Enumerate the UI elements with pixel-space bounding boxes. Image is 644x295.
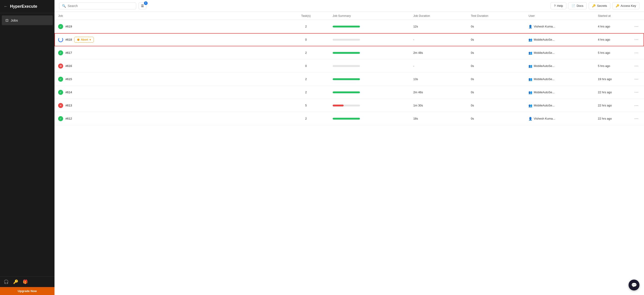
- tasks-col: 2: [283, 86, 329, 99]
- tasks-col: 2: [283, 112, 329, 125]
- sidebar-title: HyperExecute: [10, 4, 37, 9]
- summary-col: [329, 86, 410, 99]
- help-button[interactable]: ? Help: [550, 2, 566, 9]
- duration-col: 18s: [410, 112, 467, 125]
- user-cell: 👤 Vishesh Kuma...: [528, 25, 590, 28]
- job-id[interactable]: #617: [66, 51, 72, 54]
- search-box[interactable]: 🔍: [59, 2, 136, 9]
- headset-icon[interactable]: 🎧: [4, 279, 9, 284]
- user-name: MobileAutoSe...: [534, 104, 554, 107]
- user-col: 👤 Vishesh Kuma...: [525, 112, 594, 125]
- actions-col: ···: [629, 73, 644, 86]
- job-col: ✓ #612: [54, 112, 283, 125]
- job-cell: ✓ #614: [58, 90, 279, 95]
- gift-icon[interactable]: 🎁: [23, 279, 28, 284]
- actions-col: ···: [629, 86, 644, 99]
- col-duration-header: Job Duration: [410, 12, 467, 20]
- user-icon: 👥: [528, 77, 532, 81]
- job-col: ✓ #617: [54, 46, 283, 59]
- started-col: 5 hrs ago: [594, 59, 629, 73]
- table-row[interactable]: ✓ #617 2 2m 48s 0s 👥 MobileAutoSe... 5 h…: [54, 46, 644, 59]
- job-id[interactable]: #616: [66, 64, 72, 68]
- started-col: 4 hrs ago: [594, 20, 629, 33]
- access-key-label: Access Key: [620, 4, 636, 7]
- docs-button[interactable]: 📄 Docs: [568, 2, 587, 9]
- more-options-button[interactable]: ···: [633, 49, 640, 56]
- test-duration-col: 0s: [467, 46, 525, 59]
- user-cell: 👥 MobileAutoSe...: [528, 51, 590, 55]
- help-label: Help: [557, 4, 563, 7]
- test-duration-col: 0s: [467, 99, 525, 112]
- job-id[interactable]: #613: [66, 104, 72, 107]
- started-col: 4 hrs ago: [594, 33, 629, 46]
- status-success-icon: ✓: [58, 116, 63, 121]
- user-icon: 👥: [528, 51, 532, 55]
- job-id[interactable]: #615: [66, 77, 72, 81]
- actions-col: ···: [629, 112, 644, 125]
- table-row[interactable]: #618 Abort ▾ 0 - 0s 👥 MobileAutoSe... 4 …: [54, 33, 644, 46]
- secrets-button[interactable]: 🔑 Secrets: [588, 2, 610, 9]
- tasks-col: 2: [283, 46, 329, 59]
- user-icon: 👤: [528, 117, 532, 120]
- user-cell: 👤 Vishesh Kuma...: [528, 117, 590, 120]
- abort-label: Abort: [81, 38, 88, 41]
- job-id[interactable]: #619: [66, 25, 72, 28]
- more-options-button[interactable]: ···: [633, 76, 640, 82]
- duration-col: 12s: [410, 20, 467, 33]
- started-col: 22 hrs ago: [594, 112, 629, 125]
- actions-col: ···: [629, 20, 644, 33]
- progress-bar: [333, 91, 360, 93]
- user-icon: 👥: [528, 104, 532, 107]
- table-row[interactable]: ✓ #612 2 18s 0s 👤 Vishesh Kuma... 22 hrs…: [54, 112, 644, 125]
- started-col: 19 hrs ago: [594, 73, 629, 86]
- job-id[interactable]: #612: [66, 117, 72, 120]
- job-cell: ✓ #615: [58, 77, 279, 82]
- job-id[interactable]: #618: [66, 38, 72, 41]
- table-row[interactable]: ✓ #619 2 12s 0s 👤 Vishesh Kuma... 4 hrs …: [54, 20, 644, 33]
- topbar-right: ? Help 📄 Docs 🔑 Secrets 🔑 Access Key: [550, 2, 640, 9]
- search-input[interactable]: [68, 4, 133, 8]
- user-cell: 👥 MobileAutoSe...: [528, 38, 590, 41]
- user-name: MobileAutoSe...: [534, 38, 554, 41]
- more-options-button[interactable]: ···: [633, 23, 640, 30]
- user-name: Vishesh Kuma...: [534, 25, 555, 28]
- duration-col: 13s: [410, 73, 467, 86]
- filter-button[interactable]: ☰ 0: [138, 2, 146, 9]
- table-row[interactable]: ✓ #614 2 2m 46s 0s 👥 MobileAutoSe... 22 …: [54, 86, 644, 99]
- jobs-table: Job Task(s) Job Summary Job Duration Tes…: [54, 12, 644, 125]
- job-cell: ⊗ #616: [58, 63, 279, 68]
- table-row[interactable]: ⊗ #616 0 - 0s 👥 MobileAutoSe... 5 hrs ag…: [54, 59, 644, 73]
- table-row[interactable]: ✕ #613 5 1m 30s 0s 👥 MobileAutoSe... 22 …: [54, 99, 644, 112]
- docs-icon: 📄: [572, 4, 575, 7]
- status-error-icon: ✕: [58, 103, 63, 108]
- more-options-button[interactable]: ···: [633, 63, 640, 69]
- user-col: 👤 Vishesh Kuma...: [525, 20, 594, 33]
- user-col: 👥 MobileAutoSe...: [525, 86, 594, 99]
- more-options-button[interactable]: ···: [633, 115, 640, 122]
- more-options-button[interactable]: ···: [633, 102, 640, 109]
- sidebar-nav: ⊡ Jobs: [0, 13, 54, 277]
- progress-bar-container: [333, 39, 360, 41]
- table-row[interactable]: ✓ #615 2 13s 0s 👥 MobileAutoSe... 19 hrs…: [54, 73, 644, 86]
- secrets-icon: 🔑: [592, 4, 596, 7]
- main-content: 🔍 ☰ 0 ? Help 📄 Docs 🔑 Secrets 🔑: [54, 0, 644, 295]
- progress-bar-container: [333, 26, 360, 27]
- job-col: ✕ #613: [54, 99, 283, 112]
- abort-button[interactable]: Abort ▾: [74, 37, 94, 43]
- chat-icon: 💬: [631, 282, 637, 288]
- chat-bubble[interactable]: 💬: [628, 280, 640, 291]
- access-key-button[interactable]: 🔑 Access Key: [612, 2, 640, 9]
- back-icon[interactable]: ←: [4, 4, 8, 9]
- key-icon[interactable]: 🔑: [13, 279, 18, 284]
- upgrade-now-button[interactable]: Upgrade Now: [0, 287, 54, 295]
- duration-col: 2m 48s: [410, 46, 467, 59]
- more-options-button[interactable]: ···: [633, 36, 640, 43]
- actions-col: ···: [629, 59, 644, 73]
- job-id[interactable]: #614: [66, 90, 72, 94]
- topbar-left: 🔍 ☰ 0: [59, 2, 146, 9]
- abort-icon: [77, 38, 80, 41]
- sidebar-item-jobs[interactable]: ⊡ Jobs: [2, 15, 53, 25]
- test-duration-col: 0s: [467, 73, 525, 86]
- more-options-button[interactable]: ···: [633, 89, 640, 95]
- help-icon: ?: [554, 4, 556, 7]
